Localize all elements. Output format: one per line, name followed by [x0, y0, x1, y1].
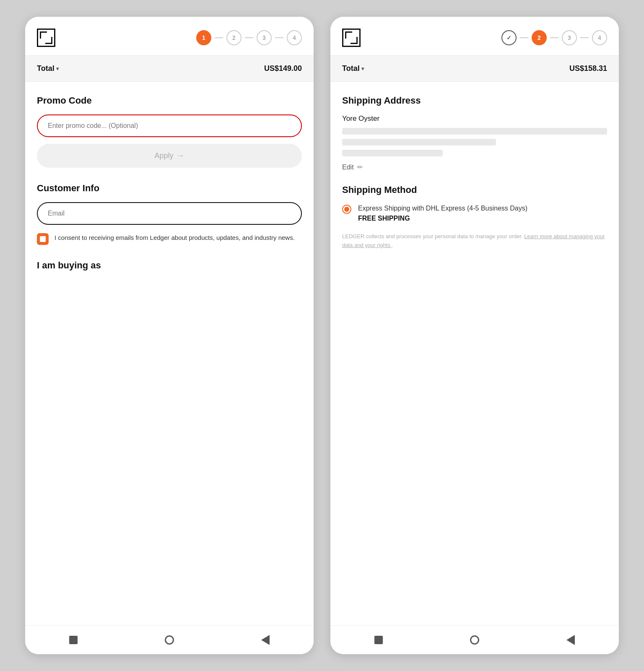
consent-label: I consent to receiving emails from Ledge…: [55, 233, 295, 243]
chevron-down-icon: ▾: [56, 66, 59, 72]
nav-square-icon[interactable]: [68, 634, 79, 646]
right-step-dash-1-2: [520, 37, 528, 38]
right-bottom-nav: [330, 625, 619, 654]
pencil-icon: ✏: [357, 163, 363, 171]
apply-button[interactable]: Apply →: [37, 144, 302, 168]
right-step-dash-2-3: [550, 37, 558, 38]
left-header: 1 2 3 4: [25, 17, 314, 55]
right-step-1[interactable]: ✓: [501, 30, 517, 45]
customer-info-section-title: Customer Info: [37, 183, 302, 194]
email-input[interactable]: [48, 210, 291, 217]
right-logo-icon: [342, 29, 361, 47]
right-step-dash-3-4: [580, 37, 589, 38]
logo-icon: [37, 29, 55, 47]
nav-back-icon[interactable]: [260, 634, 271, 646]
buying-as-section-title: I am buying as: [37, 260, 302, 271]
step-1[interactable]: 1: [196, 30, 211, 45]
consent-checkbox[interactable]: [37, 233, 49, 245]
right-step-2[interactable]: 2: [532, 30, 547, 45]
radio-inner: [344, 207, 349, 212]
left-total-label: Total ▾: [37, 64, 59, 73]
left-bottom-nav: [25, 625, 314, 654]
left-screen: 1 2 3 4 Total ▾ US$14: [25, 17, 314, 654]
nav-circle-icon[interactable]: [164, 634, 175, 646]
right-step-4[interactable]: 4: [592, 30, 607, 45]
shipping-radio[interactable]: [342, 205, 351, 214]
address-line-2: [342, 139, 496, 146]
privacy-text-block: LEDGER collects and processes your perso…: [342, 232, 607, 250]
left-steps-nav: 1 2 3 4: [196, 30, 302, 45]
right-total-amount: US$158.31: [569, 64, 607, 73]
address-line-1: [342, 128, 607, 135]
shipping-address-section-title: Shipping Address: [342, 95, 607, 106]
edit-address-row[interactable]: Edit ✏: [342, 163, 607, 171]
right-step-3[interactable]: 3: [562, 30, 577, 45]
right-header: ✓ 2 3 4: [330, 17, 619, 55]
privacy-text-start: LEDGER collects and processes your perso…: [342, 233, 523, 239]
shipping-text-block: Express Shipping with DHL Express (4-5 B…: [358, 204, 607, 222]
right-chevron-down-icon: ▾: [361, 66, 364, 72]
promo-code-input[interactable]: [48, 122, 291, 130]
right-nav-circle-icon[interactable]: [469, 634, 480, 646]
step-2[interactable]: 2: [226, 30, 242, 45]
right-nav-square-icon[interactable]: [373, 634, 384, 646]
right-content: Shipping Address Yore Oyster Edit ✏ Ship…: [330, 82, 619, 625]
email-input-wrapper[interactable]: [37, 202, 302, 225]
step-dash-2-3: [245, 37, 253, 38]
address-line-3: [342, 150, 443, 156]
left-total-amount: US$149.00: [264, 64, 302, 73]
shipping-option[interactable]: Express Shipping with DHL Express (4-5 B…: [342, 204, 607, 222]
left-total-bar[interactable]: Total ▾ US$149.00: [25, 55, 314, 82]
right-total-bar[interactable]: Total ▾ US$158.31: [330, 55, 619, 82]
consent-checkbox-row: I consent to receiving emails from Ledge…: [37, 233, 302, 245]
edit-label: Edit: [342, 164, 354, 171]
right-steps-nav: ✓ 2 3 4: [501, 30, 607, 45]
screens-wrapper: 1 2 3 4 Total ▾ US$14: [0, 0, 644, 671]
promo-section-title: Promo Code: [37, 95, 302, 106]
right-total-label: Total ▾: [342, 64, 364, 73]
left-content: Promo Code Apply → Customer Info I conse…: [25, 82, 314, 625]
step-dash-1-2: [215, 37, 223, 38]
address-name: Yore Oyster: [342, 114, 607, 123]
step-dash-3-4: [275, 37, 283, 38]
step-4[interactable]: 4: [287, 30, 302, 45]
step-3[interactable]: 3: [257, 30, 272, 45]
shipping-method-section-title: Shipping Method: [342, 185, 607, 195]
checkbox-inner: [40, 236, 46, 242]
shipping-description: Express Shipping with DHL Express (4-5 B…: [358, 204, 607, 213]
right-screen: ✓ 2 3 4 Total ▾ US$15: [330, 17, 619, 654]
right-nav-back-icon[interactable]: [565, 634, 576, 646]
promo-input-wrapper[interactable]: [37, 114, 302, 137]
privacy-text-end: .: [392, 242, 394, 248]
shipping-price: FREE SHIPPING: [358, 215, 607, 222]
